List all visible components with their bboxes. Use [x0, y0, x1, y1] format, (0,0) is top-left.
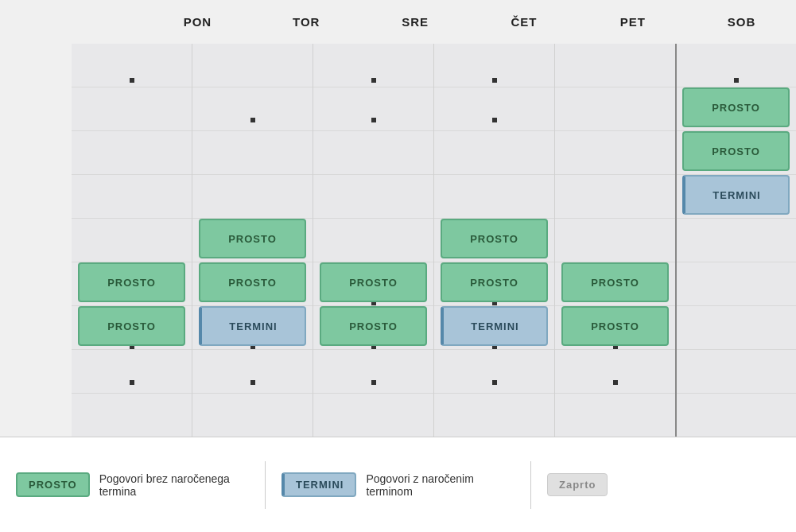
pet-column: PROSTO PROSTO — [555, 44, 676, 437]
days-grid: PROSTO PROSTO PROSTO PROSTO T — [72, 44, 796, 437]
legend-badge-termini: TERMINI — [282, 472, 356, 497]
day-pet: PET — [578, 15, 687, 29]
time-8 — [0, 385, 72, 429]
main-area: PON TOR SRE ČET PET SOB — [0, 0, 796, 437]
time-1 — [0, 52, 72, 95]
legend-text-termini: Pogovori z naročenim terminom — [366, 472, 514, 498]
time-3 — [0, 147, 72, 191]
cet-block-termini[interactable]: TERMINI — [441, 306, 548, 346]
legend-badge-zaprto: Zaprto — [547, 473, 608, 496]
time-4 — [0, 195, 72, 239]
tor-block-prosto-2[interactable]: PROSTO — [199, 262, 306, 302]
legend-termini: TERMINI Pogovori z naročenim terminom — [282, 472, 514, 498]
sre-column: PROSTO PROSTO — [313, 44, 434, 437]
time-7 — [0, 337, 72, 381]
day-sob: SOB — [687, 15, 796, 29]
time-6 — [0, 289, 72, 333]
sob-block-prosto-2[interactable]: PROSTO — [682, 131, 790, 171]
day-tor: TOR — [252, 15, 361, 29]
legend-badge-prosto: PROSTO — [16, 472, 90, 497]
time-5 — [0, 242, 72, 285]
time-column — [0, 44, 72, 437]
sob-block-termini[interactable]: TERMINI — [682, 175, 790, 215]
day-sre: SRE — [361, 15, 470, 29]
legend-text-prosto: Pogovori brez naročenega termina — [99, 472, 249, 498]
tor-block-termini[interactable]: TERMINI — [199, 306, 306, 346]
pon-column: PROSTO PROSTO — [72, 44, 192, 437]
legend-divider-2 — [530, 461, 531, 509]
pon-block-prosto-1[interactable]: PROSTO — [78, 262, 185, 302]
pon-block-prosto-2[interactable]: PROSTO — [78, 306, 185, 346]
sob-block-prosto-1[interactable]: PROSTO — [682, 87, 790, 127]
cet-block-prosto-1[interactable]: PROSTO — [441, 219, 548, 258]
day-pon: PON — [143, 15, 252, 29]
pet-block-prosto-2[interactable]: PROSTO — [561, 306, 669, 346]
cet-block-prosto-2[interactable]: PROSTO — [441, 262, 548, 302]
grid-area: PROSTO PROSTO PROSTO PROSTO T — [0, 44, 796, 437]
sre-block-prosto-1[interactable]: PROSTO — [320, 262, 427, 302]
pet-block-prosto-1[interactable]: PROSTO — [561, 262, 669, 302]
time-2 — [0, 99, 72, 143]
day-cet: ČET — [469, 15, 578, 29]
day-header: PON TOR SRE ČET PET SOB — [0, 0, 796, 44]
legend-area: PROSTO Pogovori brez naročenega termina … — [0, 437, 796, 532]
legend-divider-1 — [265, 461, 266, 509]
sob-column: PROSTO PROSTO TERMINI — [676, 44, 796, 437]
tor-block-prosto-1[interactable]: PROSTO — [199, 219, 306, 258]
tor-column: PROSTO PROSTO TERMINI — [192, 44, 313, 437]
sre-block-prosto-2[interactable]: PROSTO — [320, 306, 427, 346]
cet-column: PROSTO PROSTO TERMINI — [434, 44, 555, 437]
legend-zaprto: Zaprto — [547, 473, 780, 496]
sob-separator — [675, 44, 677, 437]
legend-prosto: PROSTO Pogovori brez naročenega termina — [16, 472, 249, 498]
